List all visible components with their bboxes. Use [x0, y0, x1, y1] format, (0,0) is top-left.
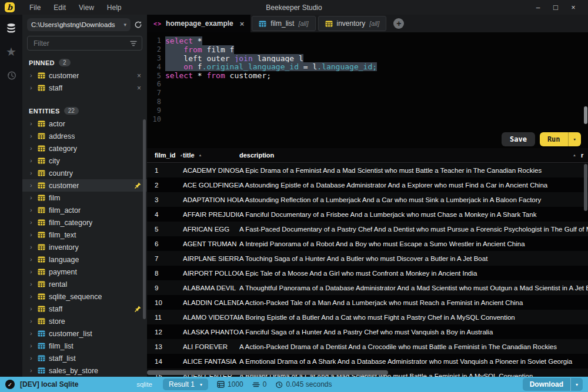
sidebar-item-staff[interactable]: ›staff: [22, 303, 147, 315]
table-row[interactable]: 14ALICE FANTASIAA Emotional Drama of a A…: [147, 354, 588, 368]
sidebar-item-customer[interactable]: ›customer: [22, 179, 147, 192]
sidebar-item-film_actor[interactable]: ›film_actor: [22, 204, 147, 216]
chevron-right-icon[interactable]: ›: [30, 355, 34, 361]
menu-file[interactable]: File: [23, 4, 47, 12]
chevron-right-icon[interactable]: ›: [30, 244, 34, 250]
sidebar-item-address[interactable]: ›address: [22, 130, 147, 142]
table-row[interactable]: 2ACE GOLDFINGERA Astounding Epistle of a…: [147, 177, 588, 192]
save-button[interactable]: Save: [502, 132, 535, 146]
table-row[interactable]: 5AFRICAN EGGA Fast-Paced Documentary of …: [147, 222, 588, 236]
table-row[interactable]: 11ALAMO VIDEOTAPEA Boring Epistle of a B…: [147, 310, 588, 324]
filter-icon[interactable]: [130, 41, 137, 46]
status-connection[interactable]: ✓ [DEV] local Sqlite sqlite: [0, 377, 158, 392]
run-button[interactable]: Run ▾: [540, 132, 581, 146]
chevron-right-icon[interactable]: ›: [30, 293, 34, 300]
table-row[interactable]: 8AIRPORT POLLOCKA Epic Tale of a Moose A…: [147, 266, 588, 280]
chevron-right-icon[interactable]: ›: [30, 256, 34, 263]
table-row[interactable]: 13ALI FOREVERA Action-Packed Drama of a …: [147, 339, 588, 354]
tab-homepage_example[interactable]: <>homepage_example×: [147, 15, 250, 32]
result-selector-button[interactable]: Result 1 ▾: [163, 378, 208, 390]
chevron-right-icon[interactable]: ›: [30, 72, 34, 79]
sidebar-item-store[interactable]: ›store: [22, 315, 147, 327]
chevron-right-icon[interactable]: ›: [30, 120, 34, 127]
code-text[interactable]: on f.original_language_id = l.language_i…: [165, 62, 377, 71]
chevron-right-icon[interactable]: ›: [30, 232, 34, 238]
horizontal-scrollbar[interactable]: [147, 370, 388, 375]
download-options-caret[interactable]: ▾: [571, 378, 583, 391]
chevron-right-icon[interactable]: ›: [30, 170, 34, 176]
sidebar-item-rental[interactable]: ›rental: [22, 278, 147, 290]
download-button[interactable]: Download ▾: [523, 378, 583, 391]
connection-selector[interactable]: C:\Users\ghstng\Downloads ▾: [27, 18, 131, 31]
sidebar-item-sqlite_sequence[interactable]: ›sqlite_sequence: [22, 290, 147, 303]
close-icon[interactable]: ×: [240, 19, 245, 28]
editor-scrollbar[interactable]: [584, 106, 587, 124]
sidebar-item-actor[interactable]: ›actor: [22, 118, 147, 130]
column-header-film-id[interactable]: film_id ▲: [147, 152, 183, 159]
database-icon[interactable]: [0, 16, 22, 40]
star-icon[interactable]: ★: [0, 40, 22, 63]
code-text[interactable]: from film f: [165, 45, 234, 54]
maximize-button[interactable]: □: [547, 3, 564, 12]
table-row[interactable]: 9ALABAMA DEVILA Thoughtful Panorama of a…: [147, 280, 588, 295]
chevron-right-icon[interactable]: ›: [30, 367, 34, 374]
menu-edit[interactable]: Edit: [47, 4, 72, 12]
sidebar-item-country[interactable]: ›country: [22, 167, 147, 179]
vertical-scrollbar[interactable]: [584, 164, 587, 211]
chevron-right-icon[interactable]: ›: [30, 330, 34, 337]
chevron-right-icon[interactable]: ›: [30, 343, 34, 349]
table-row[interactable]: 4AFFAIR PREJUDICEA Fanciful Documentary …: [147, 207, 588, 222]
code-text[interactable]: select * from customer;: [165, 71, 271, 80]
sidebar-scrollbar[interactable]: [143, 119, 146, 319]
menu-help[interactable]: Help: [101, 4, 128, 12]
chevron-right-icon[interactable]: ›: [30, 133, 34, 139]
table-row[interactable]: 10ALADDIN CALENDARA Action-Packed Tale o…: [147, 295, 588, 310]
sidebar-item-language[interactable]: ›language: [22, 253, 147, 266]
table-row[interactable]: 7AIRPLANE SIERRAA Touching Saga of a Hun…: [147, 251, 588, 266]
unpin-icon[interactable]: ×: [137, 72, 141, 80]
refresh-icon[interactable]: [134, 21, 142, 29]
filter-input[interactable]: [32, 39, 126, 48]
menu-view[interactable]: View: [72, 4, 101, 12]
chevron-right-icon[interactable]: ›: [30, 281, 34, 287]
sidebar-item-category[interactable]: ›category: [22, 142, 147, 155]
new-tab-button[interactable]: +: [393, 18, 404, 29]
chevron-right-icon[interactable]: ›: [30, 207, 34, 213]
chevron-right-icon[interactable]: ›: [30, 158, 34, 164]
column-header-truncated[interactable]: r: [581, 152, 588, 159]
tab-film_list[interactable]: film_list[all]: [252, 16, 315, 31]
history-icon[interactable]: [0, 63, 22, 87]
chevron-right-icon[interactable]: ›: [30, 145, 34, 152]
sidebar-item-film_category[interactable]: ›film_category: [22, 216, 147, 229]
chevron-right-icon[interactable]: ›: [30, 182, 34, 189]
column-header-description[interactable]: description ▲: [239, 152, 581, 159]
sidebar-item-customer_list[interactable]: ›customer_list: [22, 327, 147, 340]
table-row[interactable]: 6AGENT TRUMANA Intrepid Panorama of a Ro…: [147, 236, 588, 251]
pinned-item-customer[interactable]: ›customer×: [22, 69, 147, 82]
table-row[interactable]: 1ACADEMY DINOSAURA Epic Drama of a Femin…: [147, 163, 588, 177]
sidebar-item-sales_by_store[interactable]: ›sales_by_store: [22, 364, 147, 377]
chevron-right-icon[interactable]: ›: [30, 195, 34, 201]
close-button[interactable]: ×: [564, 4, 582, 12]
code-text[interactable]: left outer join language l: [165, 54, 303, 63]
table-row[interactable]: 3ADAPTATION HOLESA Astounding Reflection…: [147, 192, 588, 207]
sidebar-item-inventory[interactable]: ›inventory: [22, 241, 147, 253]
sidebar-item-film_list[interactable]: ›film_list: [22, 340, 147, 352]
sidebar-item-film[interactable]: ›film: [22, 192, 147, 204]
sidebar-item-film_text[interactable]: ›film_text: [22, 229, 147, 241]
chevron-right-icon[interactable]: ›: [30, 219, 34, 226]
chevron-right-icon[interactable]: ›: [30, 269, 34, 275]
sidebar-item-city[interactable]: ›city: [22, 155, 147, 167]
minimize-button[interactable]: –: [529, 4, 547, 12]
run-options-caret[interactable]: ▾: [569, 132, 581, 146]
chevron-right-icon[interactable]: ›: [30, 318, 34, 324]
tab-inventory[interactable]: inventory[all]: [318, 16, 387, 31]
sidebar-item-staff_list[interactable]: ›staff_list: [22, 352, 147, 364]
pinned-item-staff[interactable]: ›staff×: [22, 82, 147, 94]
unpin-icon[interactable]: ×: [137, 84, 141, 92]
column-header-title[interactable]: title ▲: [183, 152, 239, 159]
sql-editor[interactable]: 1select *2 from film f3 left outer join …: [147, 32, 588, 148]
table-row[interactable]: 12ALASKA PHANTOMA Fanciful Saga of a Hun…: [147, 324, 588, 339]
chevron-right-icon[interactable]: ›: [30, 85, 34, 91]
sidebar-item-payment[interactable]: ›payment: [22, 266, 147, 278]
